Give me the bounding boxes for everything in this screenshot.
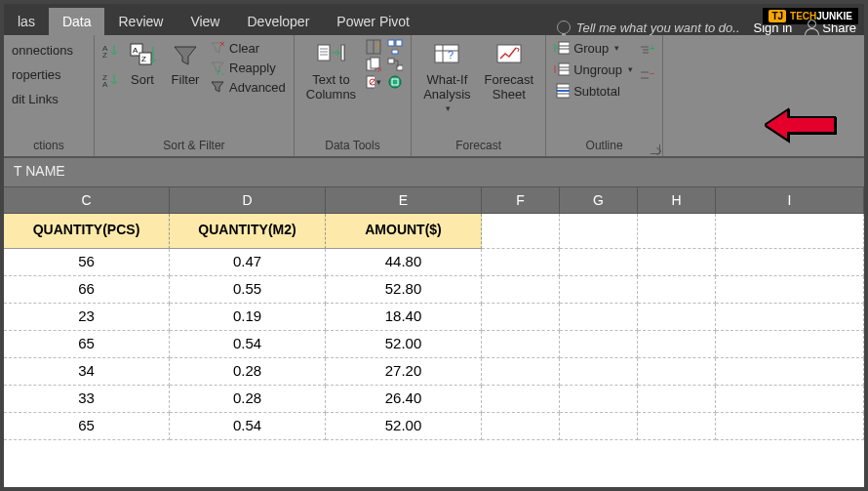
cell[interactable] bbox=[716, 249, 864, 276]
sort-asc-icon[interactable]: AZ bbox=[102, 43, 118, 59]
tab-view[interactable]: View bbox=[177, 8, 233, 35]
properties-button[interactable]: roperties bbox=[12, 63, 61, 86]
cell[interactable]: 26.40 bbox=[326, 386, 482, 413]
tab-developer[interactable]: Developer bbox=[233, 8, 323, 35]
filter-button[interactable]: Filter bbox=[167, 39, 204, 89]
reapply-filter-button[interactable]: Reapply bbox=[210, 59, 286, 76]
col-header-i[interactable]: I bbox=[716, 187, 864, 214]
cell[interactable] bbox=[482, 214, 560, 249]
col-header-c[interactable]: C bbox=[4, 187, 170, 214]
cell[interactable] bbox=[482, 331, 560, 358]
col-header-h[interactable]: H bbox=[638, 187, 716, 214]
connections-button[interactable]: onnections bbox=[12, 39, 73, 61]
table-row: 330.2826.40 bbox=[4, 386, 864, 413]
cell[interactable]: 65 bbox=[4, 331, 170, 358]
cell[interactable] bbox=[560, 386, 638, 413]
cell[interactable] bbox=[716, 386, 864, 413]
flash-fill-icon[interactable] bbox=[366, 39, 381, 55]
sort-button[interactable]: AZ Sort bbox=[124, 39, 161, 89]
cell[interactable]: 52.00 bbox=[326, 331, 482, 358]
group-rows-button[interactable]: Group▾ bbox=[554, 39, 633, 57]
ungroup-rows-button[interactable]: Ungroup▾ bbox=[554, 61, 633, 78]
cell[interactable] bbox=[482, 386, 560, 413]
group-sort-filter: AZ ZA AZ Sort Filter Clear Reapply Advan… bbox=[95, 35, 295, 156]
what-if-analysis-button[interactable]: ? What-If Analysis▾ bbox=[419, 39, 474, 115]
cell[interactable] bbox=[638, 413, 716, 440]
cell[interactable]: 27.20 bbox=[326, 358, 482, 386]
header-quantity-pcs[interactable]: QUANTITY(PCS) bbox=[4, 214, 170, 249]
formula-bar[interactable]: T NAME bbox=[4, 158, 864, 187]
cell[interactable] bbox=[482, 276, 560, 304]
outline-dialog-launcher[interactable] bbox=[651, 144, 660, 154]
cell[interactable] bbox=[560, 249, 638, 276]
cell[interactable] bbox=[482, 249, 560, 276]
cell[interactable] bbox=[482, 358, 560, 386]
cell[interactable] bbox=[638, 249, 716, 276]
sort-desc-icon[interactable]: ZA bbox=[102, 72, 118, 88]
cell[interactable]: 44.80 bbox=[326, 249, 482, 276]
col-header-e[interactable]: E bbox=[326, 187, 482, 214]
forecast-sheet-button[interactable]: Forecast Sheet bbox=[481, 39, 538, 103]
cell[interactable]: 66 bbox=[4, 276, 170, 304]
cell[interactable] bbox=[482, 304, 560, 331]
cell[interactable]: 0.19 bbox=[170, 304, 326, 331]
data-validation-icon[interactable]: ▾ bbox=[366, 74, 381, 90]
header-amount[interactable]: AMOUNT($) bbox=[326, 214, 482, 249]
cell[interactable] bbox=[560, 331, 638, 358]
cell[interactable] bbox=[482, 413, 560, 440]
cell[interactable]: 0.54 bbox=[170, 331, 326, 358]
cell[interactable] bbox=[716, 214, 864, 249]
col-header-d[interactable]: D bbox=[170, 187, 326, 214]
manage-data-model-icon[interactable] bbox=[387, 74, 403, 90]
cell[interactable] bbox=[716, 331, 864, 358]
remove-duplicates-icon[interactable] bbox=[366, 57, 381, 72]
cell[interactable] bbox=[638, 331, 716, 358]
header-quantity-m2[interactable]: QUANTITY(M2) bbox=[170, 214, 326, 249]
cell[interactable]: 65 bbox=[4, 413, 170, 440]
show-detail-icon[interactable]: + bbox=[639, 43, 654, 59]
cell[interactable] bbox=[716, 358, 864, 386]
cell[interactable]: 56 bbox=[4, 249, 170, 276]
cell[interactable] bbox=[560, 413, 638, 440]
cell[interactable] bbox=[638, 304, 716, 331]
cell[interactable]: 52.00 bbox=[326, 413, 482, 440]
subtotal-button[interactable]: Subtotal bbox=[554, 82, 633, 100]
cell[interactable] bbox=[638, 276, 716, 304]
tell-me-input[interactable]: Tell me what you want to do.. bbox=[576, 20, 740, 35]
consolidate-icon[interactable] bbox=[387, 39, 403, 55]
cell[interactable] bbox=[638, 386, 716, 413]
cell[interactable] bbox=[716, 304, 864, 331]
cell[interactable] bbox=[560, 214, 638, 249]
tab-data[interactable]: Data bbox=[49, 8, 105, 35]
cell[interactable] bbox=[716, 413, 864, 440]
advanced-filter-button[interactable]: Advanced bbox=[210, 78, 286, 96]
cell[interactable]: 23 bbox=[4, 304, 170, 331]
hide-detail-icon[interactable]: − bbox=[639, 68, 654, 84]
cell[interactable]: 0.55 bbox=[170, 276, 326, 304]
tab-review[interactable]: Review bbox=[104, 8, 177, 35]
cell[interactable]: 0.28 bbox=[170, 386, 326, 413]
tab-formulas[interactable]: las bbox=[4, 8, 49, 35]
cell[interactable]: 33 bbox=[4, 386, 170, 413]
col-header-f[interactable]: F bbox=[482, 187, 560, 214]
relationships-icon[interactable] bbox=[387, 57, 403, 72]
cell[interactable] bbox=[560, 276, 638, 304]
cell[interactable] bbox=[638, 214, 716, 249]
reapply-icon bbox=[210, 60, 225, 75]
cell[interactable] bbox=[716, 276, 864, 304]
cell[interactable]: 18.40 bbox=[326, 304, 482, 331]
edit-links-button[interactable]: dit Links bbox=[12, 88, 59, 110]
cell[interactable] bbox=[638, 358, 716, 386]
tab-power-pivot[interactable]: Power Pivot bbox=[323, 8, 423, 35]
col-header-g[interactable]: G bbox=[560, 187, 638, 214]
clear-filter-button[interactable]: Clear bbox=[210, 39, 286, 57]
text-to-columns-button[interactable]: Text to Columns bbox=[302, 39, 360, 103]
cell[interactable]: 34 bbox=[4, 358, 170, 386]
cell[interactable]: 52.80 bbox=[326, 276, 482, 304]
svg-rect-25 bbox=[388, 40, 394, 46]
cell[interactable]: 0.54 bbox=[170, 413, 326, 440]
cell[interactable]: 0.28 bbox=[170, 358, 326, 386]
cell[interactable]: 0.47 bbox=[170, 249, 326, 276]
cell[interactable] bbox=[560, 304, 638, 331]
cell[interactable] bbox=[560, 358, 638, 386]
